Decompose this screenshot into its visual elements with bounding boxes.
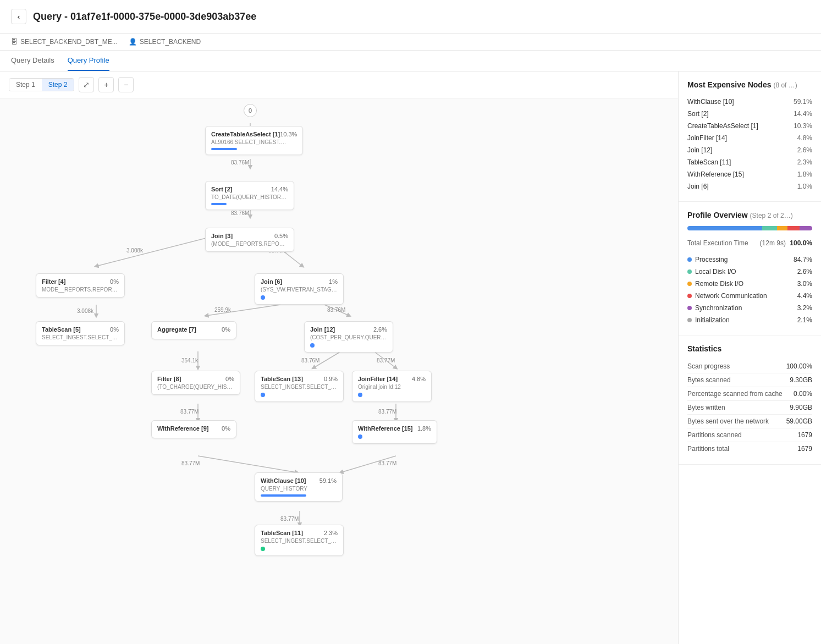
- svg-line-13: [324, 305, 349, 316]
- node-tablescan5[interactable]: TableScan [5] 0% SELECT_INGEST.SELECT_IN…: [36, 321, 125, 345]
- svg-line-17: [313, 351, 341, 368]
- profile-bar-segment: [800, 226, 812, 230]
- profile-item-pct: 2.6%: [797, 268, 812, 276]
- node-filter8[interactable]: Filter [8] 0% (TO_CHARGE(QUERY_HISTORY.F…: [151, 371, 240, 395]
- profile-dot: [687, 257, 692, 262]
- user-icon: 👤: [129, 38, 137, 46]
- expand-button[interactable]: ⤢: [79, 77, 94, 92]
- node-filter4[interactable]: Filter [4] 0% MODE__REPORTS.REPORT_TOKEN…: [36, 273, 125, 298]
- profile-item-row: Local Disk I/O 2.6%: [687, 266, 812, 278]
- tab-query-profile[interactable]: Query Profile: [68, 51, 109, 71]
- profile-bar-segment: [687, 226, 762, 230]
- tab-query-details[interactable]: Query Details: [11, 51, 54, 71]
- profile-bar: [687, 226, 812, 230]
- page-title: Query - 01af7e1f-0000-375e-0000-3de903ab…: [33, 11, 256, 23]
- expensive-node-row: CreateTableAsSelect [1]10.3%: [687, 120, 812, 132]
- profile-items-list: Processing 84.7% Local Disk I/O 2.6% Rem…: [687, 254, 812, 326]
- svg-line-11: [206, 305, 280, 316]
- profile-dot: [687, 294, 692, 298]
- stat-value: 1679: [797, 431, 812, 439]
- profile-bar-segment: [787, 226, 800, 230]
- node-tablescan13[interactable]: TableScan [13] 0.9% SELECT_INGEST.SELECT…: [255, 371, 344, 402]
- stat-row: Partitions total1679: [687, 442, 812, 455]
- breadcrumb-user[interactable]: 👤 SELECT_BACKEND: [129, 38, 201, 46]
- svg-line-27: [341, 456, 396, 472]
- expensive-nodes-title: Most Expensive Nodes: [687, 80, 772, 89]
- zoom-out-button[interactable]: −: [118, 77, 134, 92]
- breadcrumb-bar: 🗄 SELECT_BACKEND_DBT_ME... 👤 SELECT_BACK…: [0, 34, 821, 51]
- stat-row: Scan progress100.00%: [687, 360, 812, 373]
- node-join3[interactable]: Join [3] 0.5% (MODE__REPORTS.REPORT_TOKE…: [205, 228, 294, 252]
- back-button[interactable]: ‹: [11, 9, 26, 24]
- profile-item-pct: 3.0%: [797, 280, 812, 288]
- node-joinfilter14[interactable]: JoinFilter [14] 4.8% Original join Id:12: [352, 371, 432, 402]
- right-panel: Most Expensive Nodes (8 of …) WithClause…: [678, 71, 821, 644]
- svg-text:83.77M: 83.77M: [378, 409, 396, 415]
- svg-text:83.76M: 83.76M: [327, 307, 345, 313]
- node-withreference9[interactable]: WithReference [9] 0%: [151, 420, 236, 438]
- total-row: Total Execution Time (12m 9s) 100.0%: [687, 237, 812, 249]
- canvas-area: Step 1 Step 2 ⤢ + − 83.: [0, 71, 678, 644]
- svg-text:83.76M: 83.76M: [231, 210, 249, 216]
- profile-item-label: Processing: [695, 256, 728, 263]
- stat-value: 100.00%: [786, 362, 812, 370]
- stat-row: Bytes scanned9.30GB: [687, 373, 812, 387]
- stat-label: Bytes written: [687, 404, 725, 411]
- profile-overview-title: Profile Overview: [687, 211, 748, 219]
- profile-item-label: Initialization: [695, 316, 730, 324]
- stat-label: Partitions total: [687, 445, 729, 453]
- svg-text:83.77M: 83.77M: [280, 516, 299, 522]
- node-join6[interactable]: Join [6] 1% (SYS_VW.FIVETRAN_STAGING_TAB…: [255, 273, 344, 305]
- node-join12[interactable]: Join [12] 2.6% (COST_PER_QUERY.QUERY_ID …: [304, 321, 393, 353]
- stat-value: 9.90GB: [790, 404, 812, 411]
- expensive-node-row: WithClause [10]59.1%: [687, 96, 812, 108]
- svg-text:83.77M: 83.77M: [377, 357, 395, 364]
- profile-item-label: Network Communication: [695, 292, 767, 300]
- node-sort[interactable]: Sort [2] 14.4% TO_DATE(QUERY_HISTORY.STA…: [205, 181, 294, 210]
- svg-text:83.76M: 83.76M: [231, 159, 249, 166]
- svg-text:83.77M: 83.77M: [180, 409, 199, 415]
- expensive-node-row: JoinFilter [14]4.8%: [687, 132, 812, 144]
- node-withreference15[interactable]: WithReference [15] 1.8%: [352, 420, 437, 444]
- expensive-nodes-list: WithClause [10]59.1%Sort [2]14.4%CreateT…: [687, 96, 812, 192]
- total-time-value: (12m 9s): [760, 239, 786, 247]
- node-createtableasselect[interactable]: CreateTableAsSelect [1] 10.3% AL90166.SE…: [205, 126, 303, 155]
- breadcrumb-db-label: SELECT_BACKEND_DBT_ME...: [20, 38, 118, 46]
- breadcrumb-db[interactable]: 🗄 SELECT_BACKEND_DBT_ME...: [11, 38, 118, 46]
- profile-item-row: Remote Disk I/O 3.0%: [687, 278, 812, 290]
- svg-text:83.77M: 83.77M: [181, 460, 200, 466]
- stat-label: Bytes sent over the network: [687, 417, 769, 425]
- statistics-list: Scan progress100.00%Bytes scanned9.30GBP…: [687, 360, 812, 455]
- step1-button[interactable]: Step 1: [9, 79, 42, 91]
- step-group: Step 1 Step 2: [9, 78, 74, 91]
- stat-value: 0.00%: [794, 390, 812, 398]
- node-aggregate7[interactable]: Aggregate [7] 0%: [151, 321, 236, 339]
- profile-item-label: Remote Disk I/O: [695, 280, 743, 288]
- db-icon: 🗄: [11, 38, 18, 46]
- profile-item-label: Synchronization: [695, 304, 742, 312]
- svg-text:83.77M: 83.77M: [378, 460, 396, 466]
- node-circle-0: 0: [244, 104, 257, 117]
- stat-label: Bytes scanned: [687, 376, 731, 384]
- expensive-node-row: TableScan [11]2.3%: [687, 156, 812, 168]
- step2-button[interactable]: Step 2: [42, 79, 74, 91]
- node-tablescan11[interactable]: TableScan [11] 2.3% SELECT_INGEST.SELECT…: [255, 525, 344, 556]
- expensive-node-row: Sort [2]14.4%: [687, 108, 812, 120]
- profile-bar-segment: [762, 226, 777, 230]
- node-withclause10[interactable]: WithClause [10] 59.1% QUERY_HISTORY: [255, 472, 343, 502]
- profile-item-row: Synchronization 3.2%: [687, 302, 812, 314]
- profile-dot: [687, 282, 692, 286]
- zoom-in-button[interactable]: +: [98, 77, 114, 92]
- profile-overview-subtitle: (Step 2 of 2…): [750, 212, 793, 219]
- statistics-section: Statistics Scan progress100.00%Bytes sca…: [679, 335, 821, 465]
- profile-item-row: Processing 84.7%: [687, 254, 812, 266]
- statistics-title: Statistics: [687, 344, 812, 353]
- profile-item-row: Initialization 2.1%: [687, 314, 812, 326]
- stat-row: Bytes written9.90GB: [687, 401, 812, 415]
- stat-row: Partitions scanned1679: [687, 428, 812, 442]
- svg-line-25: [198, 456, 297, 472]
- expensive-node-row: WithReference [15]1.8%: [687, 168, 812, 180]
- profile-dot: [687, 318, 692, 322]
- stat-label: Scan progress: [687, 362, 730, 370]
- profile-item-label: Local Disk I/O: [695, 268, 736, 276]
